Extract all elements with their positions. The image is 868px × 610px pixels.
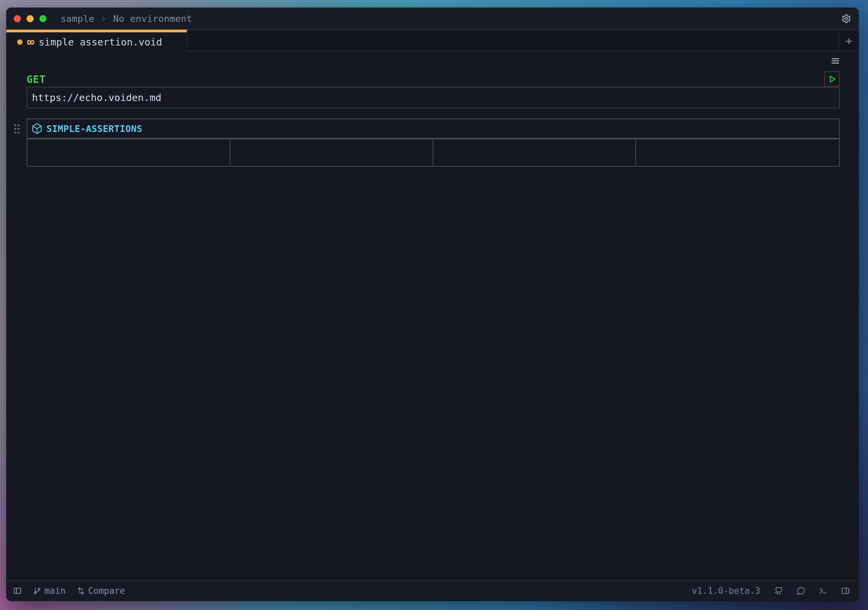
terminal-button[interactable] [819,587,828,595]
box-icon [31,123,43,134]
layout-panel-right-icon [841,587,850,595]
git-branch-icon [33,587,42,595]
assertions-block: SIMPLE-ASSERTIONS [26,119,840,167]
infinity-icon: ∞ [27,36,34,48]
http-method-label[interactable]: GET [26,73,46,85]
version-label: v1.1.0-beta.3 [692,586,761,596]
hamburger-icon [831,57,840,65]
assertions-title: SIMPLE-ASSERTIONS [46,124,143,134]
unsaved-dot-icon [17,39,23,45]
breadcrumb-separator-icon: › [101,14,107,23]
statusbar: main Compare v1.1.0-beta.3 [6,580,859,601]
tab-simple-assertion[interactable]: ∞ simple assertion.void [6,29,187,51]
assertions-table [26,139,840,167]
assertion-cell-1[interactable] [27,139,230,166]
assertions-header[interactable]: SIMPLE-ASSERTIONS [26,119,840,139]
close-window-button[interactable] [14,15,21,22]
grip-dots-icon [13,123,20,135]
branch-name: main [45,586,66,596]
feedback-button[interactable] [797,587,805,595]
compare-button[interactable]: Compare [77,586,125,596]
editor-area: GET [6,51,859,580]
document-menu-button[interactable] [831,57,840,65]
breadcrumb: sample › No environment [60,14,192,24]
github-icon [774,587,783,595]
gear-icon [842,14,851,23]
url-input[interactable] [26,87,840,108]
drag-handle[interactable] [13,123,20,135]
minimize-window-button[interactable] [26,15,34,22]
plus-icon: + [845,34,852,48]
layout-sidebar-left-icon [13,587,22,595]
traffic-lights [14,15,46,22]
titlebar: sample › No environment [6,8,859,29]
terminal-icon [819,587,828,595]
git-branch-button[interactable]: main [33,586,66,596]
tab-label: simple assertion.void [39,36,162,48]
compare-icon [77,587,85,595]
chat-bubble-icon [797,587,805,595]
breadcrumb-environment[interactable]: No environment [113,14,192,24]
assertion-cell-2[interactable] [230,139,433,166]
run-request-button[interactable] [824,71,840,87]
play-icon [827,74,837,84]
app-window: sample › No environment ∞ simple asserti… [6,8,859,601]
new-tab-button[interactable]: + [839,29,859,51]
tabbar-empty-area [187,29,839,51]
toggle-right-panel-button[interactable] [841,587,850,595]
assertion-cell-3[interactable] [433,139,636,166]
desktop: { "titlebar": { "breadcrumb": { "project… [0,0,868,610]
settings-button[interactable] [842,14,851,23]
toggle-left-panel-button[interactable] [13,587,22,595]
tabbar: ∞ simple assertion.void + [6,29,859,51]
assertion-cell-4[interactable] [636,139,839,166]
breadcrumb-project[interactable]: sample [60,14,95,24]
zoom-window-button[interactable] [39,15,46,22]
github-button[interactable] [774,587,783,595]
compare-label: Compare [88,586,125,596]
